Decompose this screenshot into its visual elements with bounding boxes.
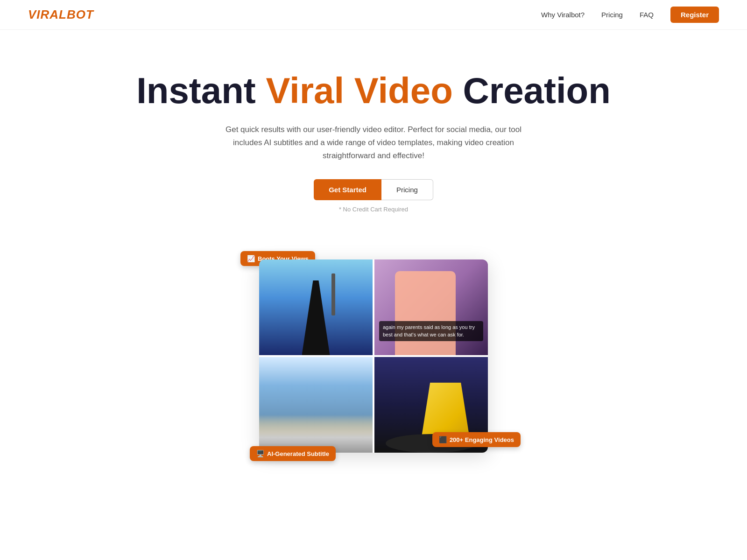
badge-engaging-videos: ⬛ 200+ Engaging Videos bbox=[432, 432, 521, 447]
hero-subtitle: Get quick results with our user-friendly… bbox=[215, 123, 532, 162]
hero-title-highlight: Viral Video bbox=[266, 70, 452, 111]
hero-disclaimer: * No Credit Cart Required bbox=[19, 206, 728, 213]
nav-links: Why Viralbot? Pricing FAQ Register bbox=[541, 7, 719, 23]
hero-buttons: Get Started Pricing bbox=[19, 179, 728, 200]
hero-section: Instant Viral Video Creation Get quick r… bbox=[0, 30, 747, 241]
badge-subtitle-label: AI-Generated Subtitle bbox=[267, 450, 329, 457]
hero-title-end: Creation bbox=[453, 70, 611, 111]
nav-pricing[interactable]: Pricing bbox=[601, 11, 623, 19]
video-grid: again my parents said as long as you try… bbox=[259, 259, 488, 453]
nav-why[interactable]: Why Viralbot? bbox=[541, 11, 585, 19]
video-top-left bbox=[259, 259, 373, 355]
video-icon: ⬛ bbox=[439, 436, 447, 443]
badge-videos-label: 200+ Engaging Videos bbox=[450, 436, 514, 443]
get-started-button[interactable]: Get Started bbox=[314, 179, 381, 200]
navbar: VIRALBOT Why Viralbot? Pricing FAQ Regis… bbox=[0, 0, 747, 30]
video-bottom-left bbox=[259, 357, 373, 453]
subtitle-icon: 🖥️ bbox=[256, 450, 264, 457]
video-section: 📈 Boots Your Views again my parents said… bbox=[0, 241, 747, 490]
subtitle-overlay: again my parents said as long as you try… bbox=[379, 321, 483, 341]
logo[interactable]: VIRALBOT bbox=[28, 7, 94, 22]
hero-title: Instant Viral Video Creation bbox=[19, 72, 728, 110]
nav-faq[interactable]: FAQ bbox=[640, 11, 654, 19]
video-grid-container: 📈 Boots Your Views again my parents said… bbox=[259, 259, 488, 453]
hero-title-plain: Instant bbox=[136, 70, 266, 111]
badge-ai-subtitle: 🖥️ AI-Generated Subtitle bbox=[250, 446, 336, 461]
video-top-right: again my parents said as long as you try… bbox=[374, 259, 488, 355]
trending-icon: 📈 bbox=[247, 255, 255, 262]
pricing-button[interactable]: Pricing bbox=[381, 179, 433, 200]
register-button[interactable]: Register bbox=[670, 7, 719, 23]
